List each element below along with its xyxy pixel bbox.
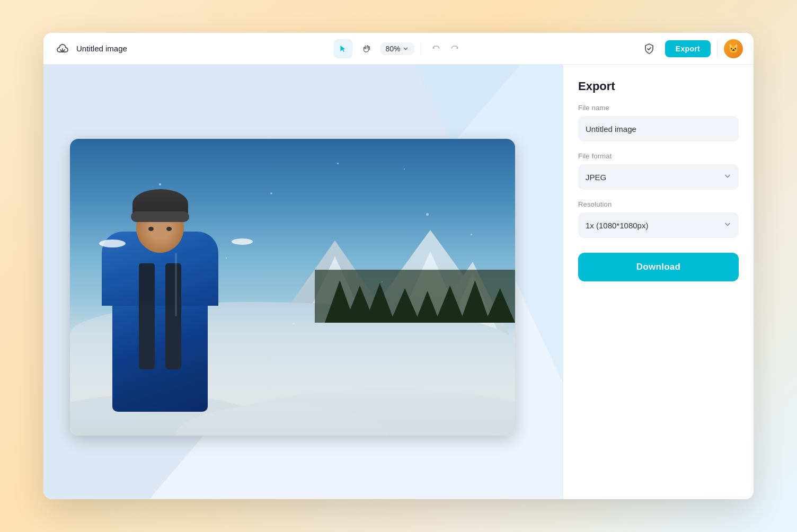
file-name-label: File name <box>578 104 739 112</box>
resolution-wrapper: 1x (1080*1080px) 2x (2160*2160px) 0.5x (… <box>578 212 739 238</box>
header-separator <box>717 41 718 57</box>
redo-button[interactable] <box>447 40 464 57</box>
avatar[interactable]: 🐱 <box>724 39 743 58</box>
undo-button[interactable] <box>428 40 445 57</box>
header-center-tools: 80% <box>333 39 463 58</box>
canvas-area[interactable] <box>43 65 563 499</box>
file-name-group: File name <box>578 104 739 141</box>
document-title: Untitled image <box>76 44 127 53</box>
download-button[interactable]: Download <box>578 253 739 281</box>
file-format-wrapper: JPEG PNG WebP SVG <box>578 164 739 190</box>
resolution-group: Resolution 1x (1080*1080px) 2x (2160*216… <box>578 200 739 238</box>
export-panel-title: Export <box>578 79 739 93</box>
file-format-select[interactable]: JPEG PNG WebP SVG <box>578 164 739 190</box>
resolution-select[interactable]: 1x (1080*1080px) 2x (2160*2160px) 0.5x (… <box>578 212 739 238</box>
resolution-label: Resolution <box>578 200 739 208</box>
file-name-input[interactable] <box>578 116 739 141</box>
export-panel: Export File name File format JPEG PNG We… <box>563 65 754 499</box>
main-content: Export File name File format JPEG PNG We… <box>43 65 754 499</box>
header-right: Export 🐱 <box>640 39 743 58</box>
undo-redo-group <box>428 40 464 57</box>
file-format-label: File format <box>578 152 739 160</box>
photo-content <box>70 139 515 436</box>
app-window: Untitled image 80% <box>43 33 754 499</box>
hand-tool-button[interactable] <box>357 39 376 58</box>
cloud-save-icon[interactable] <box>54 40 71 57</box>
header: Untitled image 80% <box>43 33 754 65</box>
zoom-level-text: 80% <box>385 45 400 53</box>
export-button[interactable]: Export <box>665 40 711 57</box>
zoom-control[interactable]: 80% <box>380 42 414 55</box>
file-format-group: File format JPEG PNG WebP SVG <box>578 152 739 190</box>
shield-button[interactable] <box>640 39 659 58</box>
select-tool-button[interactable] <box>333 39 352 58</box>
image-card <box>70 139 515 436</box>
header-divider-1 <box>421 42 421 55</box>
